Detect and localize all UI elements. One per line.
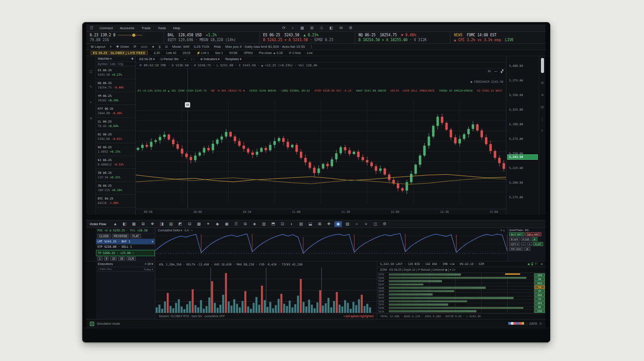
chart-scale-button[interactable]: — (494, 69, 498, 73)
watchlist-row[interactable]: 6E 06-251.0852 +0.13% (96, 143, 135, 156)
watchlist-row[interactable]: ES 06-255243.50 +0.23% (96, 66, 135, 79)
orderflow-tool-icon[interactable]: ◐ (288, 221, 295, 227)
volume-chart[interactable] (155, 268, 377, 313)
watchlist-row[interactable]: RTY 06-252044.80 -0.30% (96, 105, 135, 118)
rail-tool-icon[interactable]: ⚙ (540, 81, 544, 85)
watchlist-row[interactable]: ZN 06-25109'215 +0.10% (96, 182, 135, 195)
menu-item-tools[interactable]: Tools (156, 26, 168, 31)
rail-tool-icon[interactable]: ⌖ (90, 100, 92, 105)
qty-preset-button[interactable]: 10 (110, 257, 117, 261)
depth-row[interactable]: 5243 (377, 296, 533, 300)
rail-tool-icon[interactable]: ≋ (89, 116, 92, 120)
rail-tool-icon[interactable]: | (542, 117, 543, 121)
depth-row[interactable]: 5248 (377, 280, 533, 283)
menu-item-connect[interactable]: Connect (98, 26, 115, 31)
qty-preset-button[interactable]: 25 (118, 257, 125, 261)
rail-tool-icon[interactable]: ◫ (89, 69, 93, 73)
open-position-row[interactable]: POS +2 @ 5238.25 · P/L +10.50 (96, 228, 155, 234)
orderflow-tool-icon[interactable]: ◆ (214, 221, 221, 227)
depth-row[interactable]: 5241 (377, 303, 533, 307)
menubar-icon[interactable]: ⚙ (348, 26, 353, 30)
executions-range-selector[interactable]: Today ▾ (144, 268, 153, 271)
toolbar-item[interactable]: ● (152, 45, 154, 49)
ladder-cell[interactable]: 86 (534, 277, 545, 281)
menubar-icon[interactable]: ✉ (338, 26, 344, 30)
orderflow-tool-icon[interactable]: ✚ (325, 221, 333, 227)
orderflow-tool-icon[interactable]: ▧ (297, 221, 305, 227)
toolbar-item[interactable]: Mode: SIM (172, 45, 189, 49)
orderflow-tool-icon[interactable]: ⊡ (279, 221, 286, 227)
toolbar-item[interactable]: ⊞ Layout (91, 45, 105, 49)
ladder-cell[interactable]: 168 (534, 293, 545, 297)
reverse-position-button[interactable]: REVERSE (112, 234, 129, 238)
depth-row[interactable]: 5249 (377, 277, 533, 280)
depth-row[interactable]: 5246 (377, 286, 533, 290)
orderflow-tool-icon[interactable]: ▥ (260, 221, 268, 227)
quicktrade-settings-icon[interactable]: ⚙ (524, 247, 530, 251)
toolbar-item[interactable]: G (165, 45, 168, 49)
chart-symbol-selector[interactable]: ES 06-25 ▾ (139, 58, 155, 61)
watchlist-row[interactable]: CL 06-2578.42 +0.84% (96, 118, 135, 131)
quote-panel-news[interactable]: NEWS FOMC 14:00 EST ▲ CPI 3.2% vs 3.1% e… (450, 32, 545, 43)
menubar-icon[interactable]: ⊞ (309, 26, 314, 30)
qty-decrement-button[interactable]: − (521, 242, 526, 246)
toolbar-item[interactable]: ⟳ (134, 45, 137, 49)
ladder-cell[interactable]: 97 (534, 289, 545, 293)
quote-panel-nq[interactable]: NQ 06-25 18254.75 ▼ 0.46% B 18254.50 × A… (355, 32, 451, 43)
power-icon[interactable]: ⏻ (539, 322, 542, 326)
dom-tool-icons[interactable]: ▣ ⌸ ? (528, 262, 537, 266)
orderflow-tool-icon[interactable]: ⌗ (353, 221, 360, 227)
menubar-icon[interactable]: ⌕ (291, 26, 295, 30)
orderflow-tool-icon[interactable]: ⊟ (186, 221, 193, 227)
orderflow-tool-icon[interactable]: ◨ (158, 221, 165, 227)
orderflow-tool-icon[interactable]: ⧉ (242, 221, 249, 227)
orderflow-tool-icon[interactable]: ▣ (223, 221, 230, 227)
cumulative-delta-chart[interactable]: Cumulative Delta ▾ · 0.4 · ⌁ ≡ ± (155, 228, 507, 261)
toolbar-item[interactable]: Max pos 4 · Daily loss limit $1,500 · Au… (225, 45, 305, 49)
orderflow-tool-icon[interactable]: ≡ (362, 221, 370, 227)
menubar-icon[interactable]: ⚠ (319, 26, 324, 30)
watchlist-row[interactable]: 6J 06-250.006612 -0.32% (96, 156, 135, 169)
flat-all-button[interactable]: FLAT (533, 242, 543, 246)
executions-filter[interactable]: ⌕ Filter: ALL (98, 268, 112, 271)
indicators-button[interactable]: ⊕ Indicators ▾ (200, 58, 220, 61)
toolbar-item[interactable]: 0.25 TICK (194, 45, 210, 49)
delta-legend[interactable]: Cumulative Delta ▾ · 0.4 · ⌁ (158, 229, 193, 232)
orderflow-tool-icon[interactable]: ❖ (149, 221, 156, 227)
orderflow-tool-icon[interactable]: ⬒ (269, 221, 277, 227)
executions-tools[interactable]: ≡ 10 ▾ (145, 262, 153, 266)
candlestick-chart[interactable]: 1x—▞ ● CROSSHAIR 5243.50 ES +0.23% 5243.… (136, 69, 506, 215)
depth-row[interactable]: 5245 (377, 290, 533, 293)
qty-preset-button[interactable]: 1 (97, 257, 103, 261)
chart-scale-button[interactable]: ▞ (501, 69, 503, 73)
quantity-field[interactable]: QTY 2 (509, 242, 520, 246)
orderflow-tool-icon[interactable]: ◫ (372, 221, 379, 227)
depth-row[interactable]: 5240 (377, 307, 533, 310)
tif-selector[interactable]: TIF: DAY (509, 247, 523, 251)
orderflow-tool-icon[interactable]: ⊞ (139, 221, 147, 227)
orderflow-tool-icon[interactable]: ◉ (334, 221, 342, 227)
toolbar-item[interactable]: ✚ Order (116, 45, 129, 49)
depth-histogram[interactable]: 5250524952485247524652455244524352425241… (377, 273, 534, 313)
menu-item-help[interactable]: Help (171, 26, 182, 31)
menubar-icon[interactable]: ◧ (329, 26, 334, 30)
toolbar-item[interactable]: § (159, 45, 161, 49)
orderflow-tool-icon[interactable]: ◧ (121, 221, 128, 227)
orderflow-tool-icon[interactable]: ⚙ (381, 221, 388, 227)
qty-preset-button[interactable]: CLR (126, 257, 136, 261)
watchlist-row[interactable]: ZB 06-25115'24 +0.22% (96, 169, 135, 182)
toolbar-item[interactable]: Risk (214, 45, 221, 49)
orderflow-tool-icon[interactable]: ▨ (344, 221, 351, 227)
price-ladder[interactable]: 1248621254971687314165118 (534, 273, 545, 313)
toolbar-item[interactable]: ⌖ (110, 45, 112, 49)
scrollbar-thumb[interactable] (541, 58, 544, 73)
depth-row[interactable]: 5242 (377, 300, 533, 303)
orderflow-tool-icon[interactable]: ⊠ (316, 221, 323, 227)
ladder-cell[interactable]: 73 (534, 297, 545, 301)
ladder-cell[interactable]: 54 (534, 285, 545, 289)
quote-panel-summary[interactable]: 6.23 139.2 0 79.88 216 (86, 32, 164, 43)
clock-icon[interactable]: ◔ (184, 58, 186, 61)
rail-tool-icon[interactable]: ✎ (89, 85, 92, 89)
menubar-icon[interactable]: ⟳ (281, 26, 287, 30)
chart-period-selector[interactable]: ◷ Period: 5m (160, 58, 179, 61)
